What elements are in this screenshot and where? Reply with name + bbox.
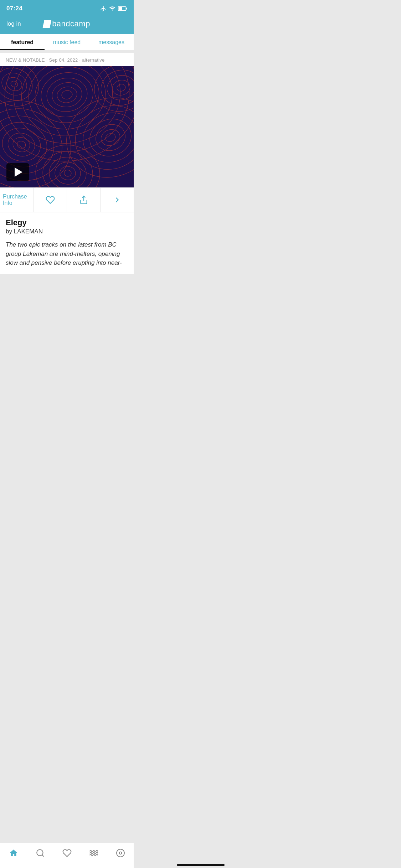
tab-music-feed[interactable]: music feed [45,34,89,50]
svg-rect-2 [118,7,122,10]
wifi-icon [109,5,116,12]
album-artist: by LAKEMAN [6,228,128,235]
next-button[interactable] [101,188,134,212]
status-bar: 07:24 [0,0,134,16]
purchase-info-button[interactable]: Purchase Info [0,188,34,212]
action-bar: Purchase Info [0,187,134,212]
tab-featured[interactable]: featured [0,34,45,50]
heart-icon [46,195,55,205]
battery-icon [118,6,127,11]
logo-icon [43,20,52,28]
card-meta-text: NEW & NOTABLE · Sep 04, 2022 · alternati… [6,57,105,63]
like-button[interactable] [34,188,67,212]
card-meta: NEW & NOTABLE · Sep 04, 2022 · alternati… [0,53,134,66]
album-description: The two epic tracks on the latest from B… [6,240,128,268]
status-icons [100,5,127,12]
app-logo: bandcamp [43,19,90,29]
share-icon [79,195,88,205]
tab-bar: featured music feed messages [0,34,134,50]
share-button[interactable] [67,188,101,212]
play-icon [15,167,22,177]
app-header: log in bandcamp [0,16,134,34]
album-title: Elegy [6,218,128,227]
tab-messages[interactable]: messages [89,34,134,50]
chevron-right-icon [113,195,121,205]
svg-rect-1 [126,7,127,10]
card-info: Elegy by LAKEMAN The two epic tracks on … [0,212,134,274]
airplane-icon [100,5,107,12]
login-button[interactable]: log in [6,20,21,27]
play-button[interactable] [6,163,29,181]
logo-text: bandcamp [52,19,90,29]
featured-card: NEW & NOTABLE · Sep 04, 2022 · alternati… [0,53,134,274]
content-area: NEW & NOTABLE · Sep 04, 2022 · alternati… [0,50,134,277]
album-art [0,66,134,187]
status-time: 07:24 [6,5,22,12]
